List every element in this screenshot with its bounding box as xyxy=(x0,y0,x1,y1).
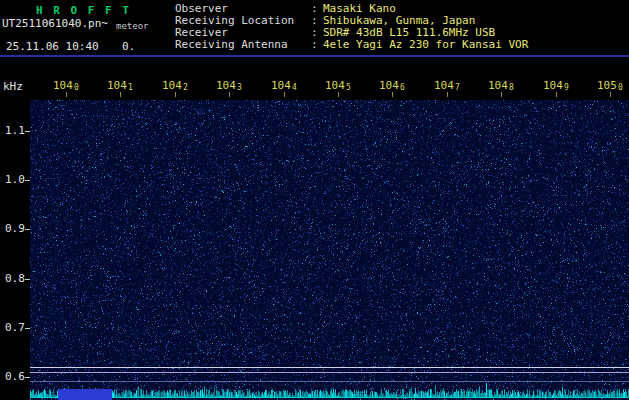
time-tick-label-1043: 1043 xyxy=(216,79,242,92)
carrier-line-1 xyxy=(30,367,629,368)
info-value: 4ele Yagi Az 230 for Kansai VOR xyxy=(323,38,528,51)
freq-tick-label-1.0: 1.0 xyxy=(5,173,25,186)
time-tick-mark xyxy=(610,92,611,97)
carrier-line-2 xyxy=(30,372,629,373)
output-filename: UT2511061040.pn~ xyxy=(2,17,108,30)
info-colon: : xyxy=(311,39,323,51)
carrier-line-3 xyxy=(30,381,629,382)
echo-counter: 0. xyxy=(122,40,135,53)
time-tick-label-1044: 1044 xyxy=(271,79,297,92)
header-separator xyxy=(0,55,629,57)
time-tick-label-1042: 1042 xyxy=(162,79,188,92)
time-tick-mark xyxy=(447,92,448,97)
time-tick-label-1046: 1046 xyxy=(379,79,405,92)
hrofft-output: H R O F F T UT2511061040.pn~ meteor 25.1… xyxy=(0,0,629,400)
time-tick-label-1049: 1049 xyxy=(543,79,569,92)
time-tick-label-1041: 1041 xyxy=(107,79,133,92)
app-title: H R O F F T xyxy=(36,4,131,17)
bottom-left-indicator-box xyxy=(58,389,112,400)
time-tick-mark xyxy=(229,92,230,97)
observation-timestamp: 25.11.06 10:40 xyxy=(6,40,99,53)
info-label: Receiving Antenna xyxy=(175,39,311,51)
info-row-receiving-antenna: Receiving Antenna:4ele Yagi Az 230 for K… xyxy=(175,39,629,51)
freq-tick-label-1.1: 1.1 xyxy=(5,124,25,137)
time-tick-mark xyxy=(284,92,285,97)
time-tick-label-1048: 1048 xyxy=(488,79,514,92)
freq-tick-label-0.9: 0.9 xyxy=(5,222,25,235)
time-tick-mark xyxy=(120,92,121,97)
time-tick-label-1050: 1050 xyxy=(597,79,623,92)
spectrogram-canvas xyxy=(30,100,629,400)
observation-info: Observer:Masaki KanoReceiving Location:S… xyxy=(175,3,629,51)
freq-tick-label-0.7: 0.7 xyxy=(5,321,25,334)
band-label: meteor xyxy=(116,21,149,31)
time-tick-mark xyxy=(175,92,176,97)
time-tick-mark xyxy=(66,92,67,97)
time-tick-label-1047: 1047 xyxy=(434,79,460,92)
time-tick-mark xyxy=(556,92,557,97)
freq-axis-unit: kHz xyxy=(3,80,23,93)
freq-tick-label-0.6: 0.6 xyxy=(5,370,25,383)
time-tick-label-1040: 1040 xyxy=(53,79,79,92)
time-tick-mark xyxy=(501,92,502,97)
time-tick-mark xyxy=(338,92,339,97)
time-tick-mark xyxy=(392,92,393,97)
freq-tick-label-0.8: 0.8 xyxy=(5,272,25,285)
time-tick-label-1045: 1045 xyxy=(325,79,351,92)
